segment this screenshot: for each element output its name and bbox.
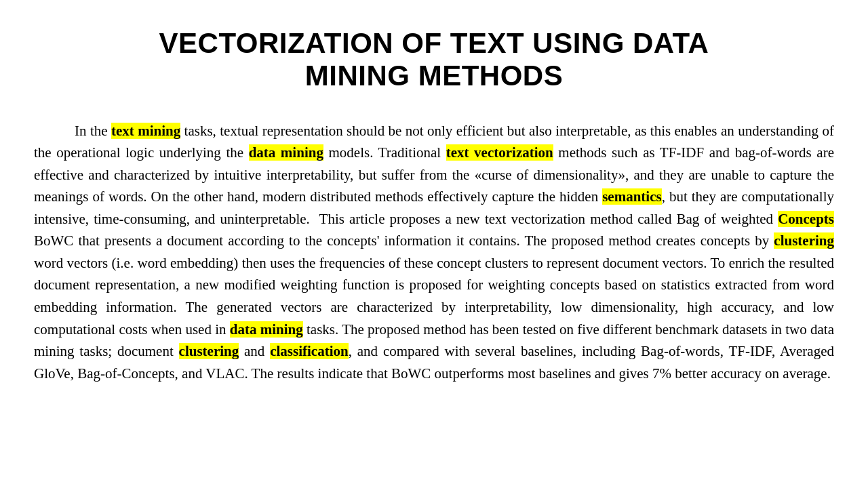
highlight-text-vectorization: text vectorization [446,144,553,161]
highlight-clustering-1: clustering [774,232,834,249]
abstract-paragraph: In the text mining tasks, textual repres… [34,120,834,385]
highlight-classification: classification [270,343,349,359]
highlight-data-mining-2: data mining [230,321,303,338]
highlight-data-mining-1: data mining [249,144,323,161]
abstract-text: In the text mining tasks, textual repres… [34,120,834,385]
highlight-concepts: Concepts [778,211,834,227]
page-title: VECTORIZATION OF TEXT USING DATA MINING … [34,27,834,93]
highlight-semantics: semantics [602,188,662,205]
highlight-clustering-2: clustering [179,343,239,359]
highlight-text-mining: text mining [111,123,180,139]
